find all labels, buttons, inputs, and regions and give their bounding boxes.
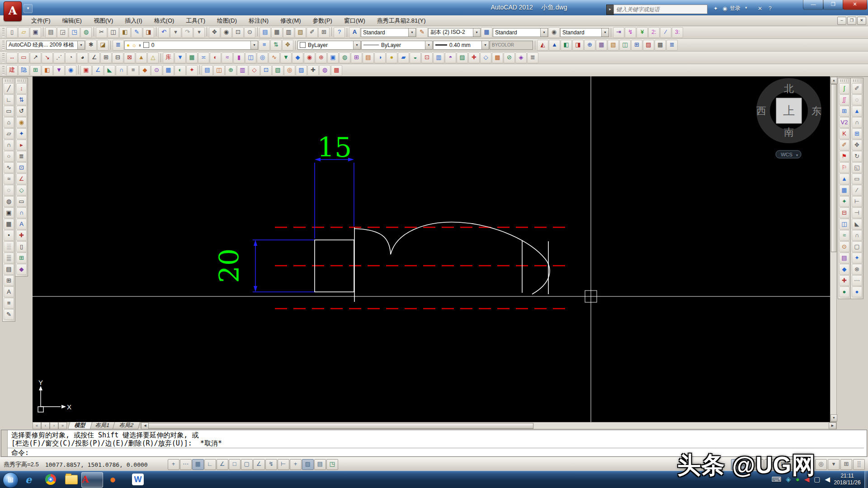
tab-layout2[interactable]: 布局2 bbox=[112, 422, 140, 429]
flag-tool-icon[interactable]: ⚑ bbox=[839, 151, 849, 162]
properties-icon[interactable]: ▤ bbox=[259, 27, 271, 38]
make-block-icon[interactable]: ▦ bbox=[4, 219, 14, 230]
cut-icon[interactable]: ✂ bbox=[96, 27, 107, 38]
snap-tool-icon[interactable]: ✦ bbox=[16, 128, 27, 139]
tab-layout1[interactable]: 布局1 bbox=[89, 422, 116, 429]
yanxiu-tool-icon[interactable]: ∠ bbox=[92, 65, 104, 76]
sketch-icon[interactable]: ✎ bbox=[4, 309, 14, 320]
spline-edit-icon[interactable]: ∫ bbox=[839, 83, 849, 94]
line-icon[interactable]: ╱ bbox=[4, 83, 14, 94]
layer-lock-icon[interactable]: ∎ bbox=[138, 42, 141, 47]
workspace-combo[interactable]: AutoCAD 经典... 2009 移植 ▾ bbox=[6, 41, 85, 50]
polar-toggle[interactable]: ∠ bbox=[217, 459, 228, 470]
toolbar-grip[interactable] bbox=[18, 80, 25, 82]
yanxiu-tool-icon[interactable]: ◇ bbox=[480, 52, 491, 63]
layer-combo[interactable]: ● ☼ ∎ 0 ▾ bbox=[124, 41, 258, 50]
menu-item[interactable]: 文件(F) bbox=[25, 16, 57, 26]
open-icon[interactable]: ▱ bbox=[18, 27, 29, 38]
yanxiu-tool-icon[interactable]: ▩ bbox=[492, 52, 503, 63]
dim-linear-icon[interactable]: ↔ bbox=[6, 52, 18, 63]
dim-tolerance-icon[interactable]: ▲ bbox=[136, 52, 147, 63]
layer-isolate-icon[interactable]: ✥ bbox=[282, 40, 293, 51]
mtext-icon[interactable]: A bbox=[4, 286, 14, 297]
combo-caret-icon[interactable]: ▾ bbox=[481, 41, 489, 49]
swap-tool-icon[interactable]: ⇅ bbox=[16, 94, 27, 105]
user-icon[interactable]: ◉ bbox=[722, 5, 727, 12]
dim-tool-icon[interactable]: 3: bbox=[672, 27, 683, 38]
publish-icon[interactable]: ◳ bbox=[69, 27, 80, 38]
sheet-tool-icon[interactable]: ▤ bbox=[839, 253, 849, 263]
yanxiu-tool-icon[interactable]: ◍ bbox=[319, 65, 330, 76]
text-tool-icon[interactable]: A bbox=[16, 219, 27, 230]
dot-tool-icon[interactable]: ● bbox=[839, 286, 849, 297]
arc-icon[interactable]: ∩ bbox=[4, 140, 14, 150]
match-properties-icon[interactable]: ✎ bbox=[131, 27, 142, 38]
yanxiu-tool-icon[interactable]: ▤ bbox=[363, 52, 374, 63]
solid-tool-icon[interactable]: ◆ bbox=[16, 264, 27, 275]
table-style-icon[interactable]: ▦ bbox=[481, 27, 492, 38]
menu-item[interactable]: 工具(T) bbox=[180, 16, 211, 26]
yanxiu-tool-icon[interactable]: ✦ bbox=[186, 65, 198, 76]
ellipse-arc-icon[interactable]: ◍ bbox=[4, 196, 14, 207]
quick-access-caret-button[interactable]: ▾ bbox=[24, 4, 33, 13]
yanxiu-tool-icon[interactable]: ▼ bbox=[53, 65, 65, 76]
minimize-button[interactable]: — bbox=[803, 0, 824, 10]
region-icon[interactable]: ▤ bbox=[4, 264, 14, 275]
login-caret-icon[interactable]: ▾ bbox=[745, 5, 747, 10]
dim-style-icon[interactable]: ✎ bbox=[416, 27, 428, 38]
rotate-tool-icon[interactable]: ↺ bbox=[16, 106, 27, 117]
chrome-icon[interactable] bbox=[45, 474, 56, 485]
rect-tool-icon[interactable]: ▭ bbox=[16, 196, 27, 207]
combo-caret-icon[interactable]: ▾ bbox=[540, 28, 547, 37]
sheet-set-icon[interactable]: ▧ bbox=[295, 27, 306, 38]
viewcube-west[interactable]: 西 bbox=[756, 105, 766, 117]
doc-close-button[interactable]: ✕ bbox=[857, 17, 866, 25]
yanxiu-tool-icon[interactable]: ◇ bbox=[249, 65, 260, 76]
yanxiu-tool-icon[interactable]: ◈ bbox=[515, 52, 527, 63]
internet-explorer-icon[interactable]: e bbox=[25, 474, 32, 486]
diamond-tool-icon[interactable]: ◇ bbox=[16, 185, 27, 196]
diamond-tool-icon[interactable]: ◆ bbox=[839, 264, 849, 275]
tool-palettes-icon[interactable]: ▥ bbox=[283, 27, 294, 38]
yanxiu-tool-icon[interactable]: ≣ bbox=[527, 52, 538, 63]
redo-caret-icon[interactable]: ▾ bbox=[193, 27, 205, 38]
yanxiu-tool-icon[interactable]: ◉ bbox=[304, 52, 315, 63]
markup-icon[interactable]: ✐ bbox=[307, 27, 318, 38]
point-icon[interactable]: • bbox=[4, 230, 14, 241]
list-tool-icon[interactable]: ≣ bbox=[16, 151, 27, 162]
application-menu-button[interactable]: A bbox=[4, 1, 22, 21]
dim-baseline-icon[interactable]: ▭ bbox=[18, 52, 29, 63]
dim-center-icon[interactable]: △ bbox=[147, 52, 159, 63]
dynamic-ucs-toggle[interactable]: ↯ bbox=[265, 459, 277, 470]
toolbar-grip[interactable] bbox=[853, 80, 861, 82]
polygon-icon[interactable]: ⌂ bbox=[4, 117, 14, 128]
vertical-scroll-thumb[interactable] bbox=[831, 84, 837, 252]
yanxiu-tool-icon[interactable]: ▥ bbox=[237, 65, 248, 76]
yanxiu-tool-icon[interactable]: ▨ bbox=[296, 65, 307, 76]
style-tool-icon[interactable]: ◧ bbox=[561, 40, 572, 51]
zoom-previous-icon[interactable]: ⊙ bbox=[244, 27, 255, 38]
viewcube-east[interactable]: 东 bbox=[811, 105, 821, 117]
menu-item[interactable]: 修改(M) bbox=[274, 16, 307, 26]
dim-continue-icon[interactable]: ⊟ bbox=[112, 52, 123, 63]
scale-icon[interactable]: ◱ bbox=[852, 162, 862, 173]
viewcube-north[interactable]: 北 bbox=[784, 83, 794, 94]
style-tool-icon[interactable]: ▧ bbox=[608, 40, 619, 51]
yanxiu-tool-icon[interactable]: ≈ bbox=[222, 52, 233, 63]
yanxiu-tool-icon[interactable]: ▮ bbox=[233, 52, 245, 63]
brush-tool-icon[interactable]: ✐ bbox=[839, 140, 849, 150]
dim-tool-icon[interactable]: ⇥ bbox=[613, 27, 624, 38]
dim-radius-icon[interactable]: ◔ bbox=[65, 52, 76, 63]
vertical-scrollbar[interactable]: ▲ ▼ bbox=[830, 76, 837, 422]
grid-display-toggle[interactable]: ▦ bbox=[192, 459, 204, 470]
copy-icon[interactable]: ◌ bbox=[852, 94, 862, 105]
osnap-toggle[interactable]: □ bbox=[229, 459, 241, 470]
chamfer-icon[interactable]: ◣ bbox=[852, 219, 862, 230]
grid-block-icon[interactable]: ▦ bbox=[839, 185, 849, 196]
circle-tool-icon[interactable]: ⊙ bbox=[839, 241, 849, 252]
dim-style-combo[interactable]: 副本 (2) ISO-2 ▾ bbox=[428, 28, 481, 37]
rotate-icon[interactable]: ↻ bbox=[852, 151, 862, 162]
yanxiu-tool-icon[interactable]: ◍ bbox=[339, 52, 350, 63]
yanxiu-tool-icon[interactable]: ◑ bbox=[374, 52, 386, 63]
array-icon[interactable]: ⊞ bbox=[852, 128, 862, 139]
